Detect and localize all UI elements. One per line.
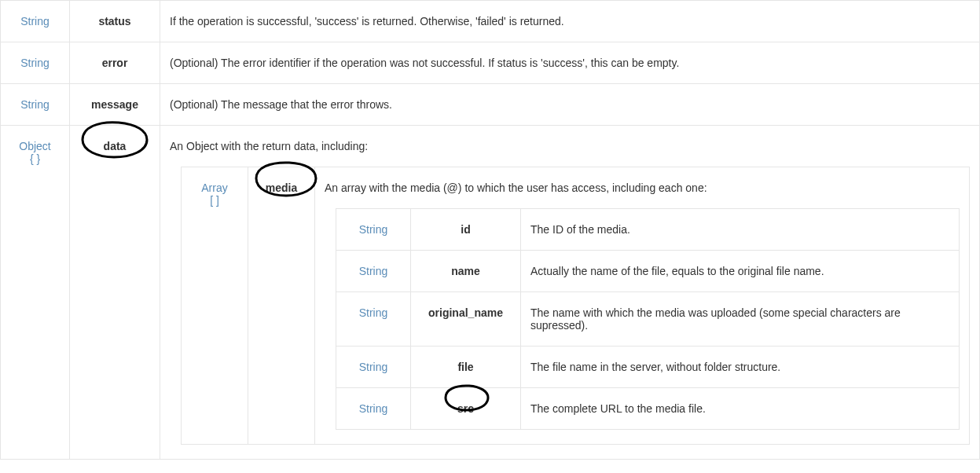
field-name-src: src <box>457 402 474 415</box>
field-desc: An Object with the return data, includin… <box>170 140 970 152</box>
table-row: String name Actually the name of the fil… <box>336 251 960 292</box>
field-name: file <box>457 361 473 373</box>
field-name: status <box>98 15 130 28</box>
field-desc: The file name in the server, without fol… <box>530 361 780 373</box>
table-row: String status If the operation is succes… <box>1 1 980 42</box>
table-row: String error (Optional) The error identi… <box>1 42 980 84</box>
field-desc: (Optional) The message that the error th… <box>170 98 392 111</box>
field-name: id <box>461 223 470 236</box>
type-label: String <box>20 98 50 111</box>
api-response-table: String status If the operation is succes… <box>0 0 980 460</box>
type-label: String <box>359 402 388 415</box>
type-label: String <box>359 223 388 236</box>
table-row: String message (Optional) The message th… <box>1 84 980 126</box>
table-row: String file The file name in the server,… <box>336 346 960 388</box>
field-desc: The ID of the media. <box>530 223 630 236</box>
field-desc: An array with the media (@) to which the… <box>325 182 960 194</box>
field-name-data: data <box>104 140 127 152</box>
type-label: String <box>20 15 50 28</box>
field-desc: The name with which the media was upload… <box>530 306 901 332</box>
table-row-media: Array [ ] media An <box>182 167 970 445</box>
field-name: name <box>451 265 480 277</box>
field-desc: The complete URL to the media file. <box>530 402 706 415</box>
field-name: original_name <box>428 306 503 319</box>
field-name: error <box>102 57 128 69</box>
table-row: String src <box>336 388 960 430</box>
type-label: String <box>359 265 388 277</box>
field-desc: (Optional) The error identifier if the o… <box>170 57 679 69</box>
field-desc: If the operation is successful, 'success… <box>170 15 564 28</box>
field-name-media: media <box>266 182 297 194</box>
field-desc: Actually the name of the file, equals to… <box>530 265 824 277</box>
field-name: message <box>91 98 138 111</box>
table-row-data: Object { } data An Object with the retur… <box>1 126 980 460</box>
nested-table-media: Array [ ] media An <box>181 167 970 445</box>
table-row: String original_name The name with which… <box>336 292 960 346</box>
type-sub: { } <box>30 152 40 165</box>
inner-table-media-fields: String id The ID of the media. String na… <box>336 208 960 430</box>
type-label: Object <box>19 140 50 152</box>
table-row: String id The ID of the media. <box>336 209 960 251</box>
type-label: String <box>359 361 388 373</box>
type-sub: [ ] <box>210 194 219 207</box>
type-label: Array <box>201 182 227 194</box>
type-label: String <box>20 57 50 69</box>
type-label: String <box>359 306 388 319</box>
